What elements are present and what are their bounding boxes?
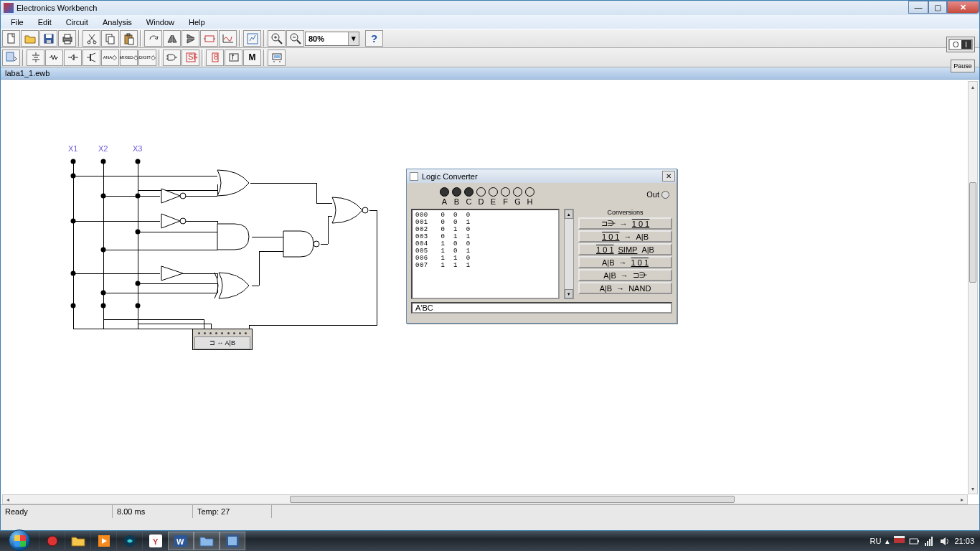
lc-input-f[interactable] <box>501 187 510 197</box>
lc-input-g[interactable] <box>513 187 522 197</box>
print-button[interactable] <box>58 30 76 47</box>
system-tray[interactable]: RU ▴ 21:03 <box>870 536 980 547</box>
tray-chevron-icon[interactable]: ▴ <box>885 537 890 546</box>
scroll-down-icon[interactable]: ▾ <box>969 484 977 494</box>
logic-converter-instrument[interactable]: ⊐ ↔ A|B <box>192 329 253 350</box>
scroll-right-icon[interactable]: ▸ <box>957 495 967 504</box>
nor-gate[interactable] <box>331 196 372 225</box>
digital-ics-bin[interactable]: DIGIT◇ <box>138 50 156 66</box>
favorites-bin[interactable] <box>2 50 20 66</box>
conv-circuit-to-table[interactable]: ⊐⋺→1 0 1 <box>578 217 672 230</box>
pause-button[interactable]: Pause <box>951 60 975 72</box>
copy-button[interactable] <box>101 30 119 47</box>
open-button[interactable] <box>21 30 39 47</box>
conv-expr-to-table[interactable]: A|B→1 0 1 <box>578 256 672 268</box>
sources-bin[interactable] <box>27 50 44 66</box>
and-gate[interactable] <box>216 222 253 251</box>
lc-titlebar[interactable]: Logic Converter ✕ <box>407 169 677 183</box>
or-gate[interactable] <box>216 169 253 197</box>
analog-ics-bin[interactable]: ANA◇ <box>101 50 119 66</box>
lc-close-button[interactable]: ✕ <box>662 171 675 182</box>
menu-file[interactable]: File <box>4 17 31 28</box>
lc-input-c[interactable] <box>464 187 473 197</box>
menu-circuit[interactable]: Circuit <box>59 17 95 28</box>
lc-input-d[interactable] <box>476 187 486 197</box>
scroll-up-icon[interactable]: ▴ <box>969 82 977 92</box>
scrollbar-thumb[interactable] <box>290 496 735 503</box>
titlebar[interactable]: Electronics Workbench — ▢ ✕ <box>1 1 979 15</box>
cut-button[interactable] <box>83 30 100 47</box>
volume-icon[interactable] <box>939 536 950 547</box>
lc-input-e[interactable] <box>489 187 498 197</box>
logic-gates-bin[interactable] <box>163 50 181 66</box>
network-icon[interactable] <box>924 536 935 547</box>
taskbar-explorer[interactable] <box>65 532 90 550</box>
graph-button[interactable] <box>219 30 237 47</box>
paste-button[interactable] <box>120 30 138 47</box>
menu-window[interactable]: Window <box>139 17 182 28</box>
subcircuit-button[interactable] <box>200 30 218 47</box>
indicators-bin[interactable]: 8 <box>206 50 224 66</box>
taskbar-folder[interactable] <box>194 532 220 550</box>
conv-table-to-simp[interactable]: 1 0 1SIMPA|B <box>578 243 672 255</box>
taskbar-ewb[interactable] <box>220 532 245 550</box>
maximize-button[interactable]: ▢ <box>928 1 947 14</box>
misc-bin[interactable]: M <box>243 50 261 66</box>
taskbar-app-2[interactable] <box>116 532 142 550</box>
power-switch[interactable]: OI <box>946 37 975 52</box>
rotate-button[interactable] <box>144 30 162 47</box>
logic-converter-window[interactable]: Logic Converter ✕ A B C <box>406 169 677 324</box>
scroll-down-icon[interactable]: ▾ <box>565 289 573 298</box>
transistors-bin[interactable] <box>83 50 100 66</box>
windows-taskbar[interactable]: Y W RU ▴ 21:03 <box>0 531 980 551</box>
lc-out-terminal[interactable] <box>661 191 669 199</box>
battery-icon[interactable] <box>909 536 920 547</box>
basic-bin[interactable] <box>45 50 63 66</box>
zoom-in-button[interactable] <box>268 30 286 47</box>
flag-icon[interactable] <box>894 536 905 547</box>
lc-scrollbar[interactable]: ▴ ▾ <box>564 209 574 299</box>
scroll-left-icon[interactable]: ◂ <box>3 495 13 504</box>
clock[interactable]: 21:03 <box>954 537 974 545</box>
save-button[interactable] <box>39 30 57 47</box>
lc-input-h[interactable] <box>525 187 534 197</box>
menu-analysis[interactable]: Analysis <box>95 17 139 28</box>
menu-help[interactable]: Help <box>182 17 212 28</box>
taskbar-app-1[interactable] <box>39 532 65 550</box>
scrollbar-thumb[interactable] <box>969 182 976 283</box>
lc-input-b[interactable] <box>452 187 461 197</box>
expression-field[interactable]: A'BC <box>411 302 672 314</box>
xor-gate[interactable] <box>213 271 253 300</box>
flip-v-button[interactable] <box>182 30 199 47</box>
taskbar-media[interactable] <box>90 532 116 550</box>
close-button[interactable]: ✕ <box>947 1 979 14</box>
conv-expr-to-circuit[interactable]: A|B→⊐⋺ <box>578 269 672 281</box>
scroll-up-icon[interactable]: ▴ <box>565 209 573 219</box>
truth-table[interactable]: 000 0 0 0 0 001 0 0 1 0 002 0 1 0 0 003 … <box>411 209 560 299</box>
zoom-out-button[interactable] <box>286 30 304 47</box>
chevron-down-icon[interactable]: ▾ <box>348 32 359 45</box>
taskbar-browser[interactable]: Y <box>142 532 168 550</box>
mixed-ics-bin[interactable]: MIXED◇ <box>120 50 138 66</box>
flip-h-button[interactable] <box>163 30 181 47</box>
start-button[interactable] <box>0 531 39 551</box>
diodes-bin[interactable] <box>64 50 82 66</box>
digital-bin[interactable]: SR <box>182 50 199 66</box>
vertical-scrollbar[interactable]: ▴ ▾ <box>968 81 978 494</box>
menu-edit[interactable]: Edit <box>31 17 59 28</box>
controls-bin[interactable]: f <box>225 50 242 66</box>
nand-gate[interactable] <box>282 230 322 258</box>
minimize-button[interactable]: — <box>908 1 928 14</box>
instruments-bin[interactable] <box>268 50 286 66</box>
conv-expr-to-nand[interactable]: A|B→NAND <box>578 282 672 294</box>
zoom-dropdown[interactable]: 80%▾ <box>305 32 359 46</box>
component-props-button[interactable] <box>243 30 261 47</box>
schematic-canvas[interactable]: X1 X2 X3 <box>2 81 968 494</box>
horizontal-scrollbar[interactable]: ◂ ▸ <box>2 494 968 504</box>
lc-input-a[interactable] <box>440 187 449 197</box>
language-indicator[interactable]: RU <box>870 537 882 545</box>
new-button[interactable] <box>2 30 20 47</box>
help-button[interactable]: ? <box>365 30 383 47</box>
conv-table-to-expr[interactable]: 1 0 1→A|B <box>578 230 672 242</box>
taskbar-word[interactable]: W <box>168 532 194 550</box>
